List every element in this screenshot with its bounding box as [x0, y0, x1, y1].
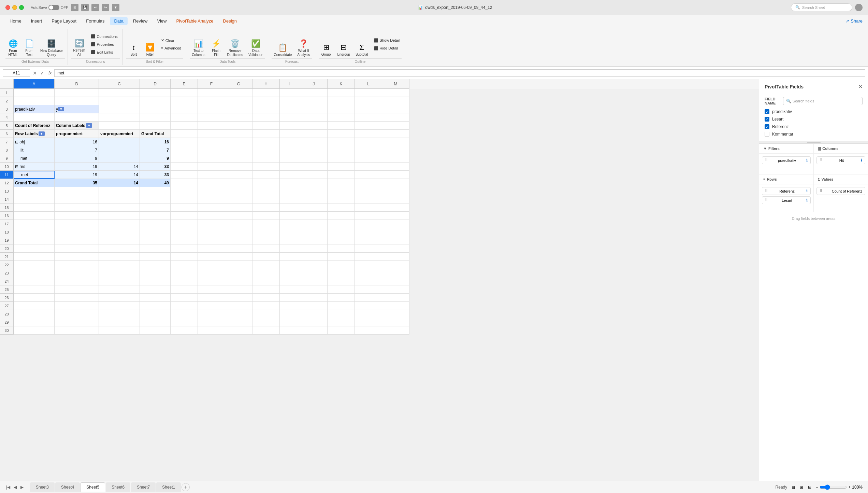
cell-m1[interactable]	[382, 89, 409, 97]
sort-button[interactable]: ↕️ Sort	[126, 31, 141, 58]
autosave-toggle[interactable]	[48, 5, 59, 10]
cell-k5[interactable]	[328, 122, 355, 130]
cell-j25[interactable]	[300, 285, 328, 294]
cell-a7[interactable]: ⊟ obj	[14, 138, 55, 146]
cell-a23[interactable]	[14, 269, 55, 277]
cell-h27[interactable]	[252, 302, 280, 310]
cell-g20[interactable]	[225, 244, 252, 253]
cell-i24[interactable]	[280, 277, 300, 285]
properties-button[interactable]: ⬛ Properties	[89, 41, 120, 47]
cell-b18[interactable]	[55, 228, 99, 236]
cell-j3[interactable]	[300, 105, 328, 113]
cell-d15[interactable]	[140, 203, 171, 212]
column-tag-hit[interactable]: ⠿ Hit ℹ	[816, 156, 865, 164]
cell-g14[interactable]	[225, 195, 252, 203]
normal-view-button[interactable]: ▦	[790, 484, 797, 491]
cell-i5[interactable]	[280, 122, 300, 130]
cell-b16[interactable]	[55, 212, 99, 220]
cell-b29[interactable]	[55, 318, 99, 326]
cell-l12[interactable]	[355, 179, 382, 187]
info-icon-referenz[interactable]: ℹ	[806, 189, 808, 193]
cell-k25[interactable]	[328, 285, 355, 294]
cell-g1[interactable]	[225, 89, 252, 97]
menu-insert[interactable]: Insert	[27, 17, 46, 25]
cell-l4[interactable]	[355, 113, 382, 122]
cell-b27[interactable]	[55, 302, 99, 310]
cell-a8[interactable]: lit	[14, 146, 55, 154]
cell-e30[interactable]	[171, 326, 198, 335]
cell-k2[interactable]	[328, 97, 355, 105]
cell-a4[interactable]	[14, 113, 55, 122]
zoom-slider[interactable]	[820, 484, 847, 490]
cell-k12[interactable]	[328, 179, 355, 187]
cell-i22[interactable]	[280, 261, 300, 269]
cell-m6[interactable]	[382, 130, 409, 138]
cell-g11[interactable]	[225, 171, 252, 179]
redo-button[interactable]: ↪	[102, 4, 109, 11]
cell-g25[interactable]	[225, 285, 252, 294]
cell-b3[interactable]: y ▼	[55, 105, 99, 113]
cell-l3[interactable]	[355, 105, 382, 113]
cell-b23[interactable]	[55, 269, 99, 277]
cell-k14[interactable]	[328, 195, 355, 203]
cell-d17[interactable]	[140, 220, 171, 228]
info-icon-praedikativ[interactable]: ℹ	[806, 158, 808, 163]
cell-g5[interactable]	[225, 122, 252, 130]
cell-b6[interactable]: programmiert	[55, 130, 99, 138]
cell-i29[interactable]	[280, 318, 300, 326]
tab-sheet7[interactable]: Sheet7	[131, 482, 156, 492]
cell-f1[interactable]	[198, 89, 225, 97]
cell-e9[interactable]	[171, 154, 198, 163]
cell-h8[interactable]	[252, 146, 280, 154]
cell-a17[interactable]	[14, 220, 55, 228]
cell-h14[interactable]	[252, 195, 280, 203]
ungroup-button[interactable]: ⊟ Ungroup	[335, 31, 352, 58]
cell-e27[interactable]	[171, 302, 198, 310]
cell-h3[interactable]	[252, 105, 280, 113]
cell-d1[interactable]	[140, 89, 171, 97]
share-button[interactable]: ↗ Share	[845, 18, 863, 24]
cell-d12[interactable]: 49	[140, 179, 171, 187]
cell-g4[interactable]	[225, 113, 252, 122]
add-sheet-button[interactable]: +	[182, 483, 190, 491]
cell-l14[interactable]	[355, 195, 382, 203]
cell-h15[interactable]	[252, 203, 280, 212]
cell-c5[interactable]	[99, 122, 140, 130]
cell-c27[interactable]	[99, 302, 140, 310]
cell-l23[interactable]	[355, 269, 382, 277]
what-if-button[interactable]: ❓ What-IfAnalysis	[295, 31, 312, 58]
cancel-formula-button[interactable]: ✕	[31, 70, 38, 76]
menu-review[interactable]: Review	[129, 17, 152, 25]
cell-b28[interactable]	[55, 310, 99, 318]
praedikativ-checkbox[interactable]: ✓	[765, 109, 769, 114]
cell-h12[interactable]	[252, 179, 280, 187]
cell-m23[interactable]	[382, 269, 409, 277]
cell-c11[interactable]: 14	[99, 171, 140, 179]
cell-l30[interactable]	[355, 326, 382, 335]
cell-j5[interactable]	[300, 122, 328, 130]
cell-e19[interactable]	[171, 236, 198, 244]
cell-f22[interactable]	[198, 261, 225, 269]
cell-a6[interactable]: Row Labels ▼	[14, 130, 55, 138]
from-text-button[interactable]: 📄 FromText	[22, 31, 37, 58]
row-tag-referenz[interactable]: ⠿ Referenz ℹ	[762, 187, 811, 195]
cell-c7[interactable]	[99, 138, 140, 146]
cell-m5[interactable]	[382, 122, 409, 130]
cell-i27[interactable]	[280, 302, 300, 310]
cell-d18[interactable]	[140, 228, 171, 236]
show-detail-button[interactable]: ⬛ Show Detail	[372, 37, 402, 44]
cell-a14[interactable]	[14, 195, 55, 203]
tab-sheet6[interactable]: Sheet6	[106, 482, 130, 492]
cell-f13[interactable]	[198, 187, 225, 195]
cell-l29[interactable]	[355, 318, 382, 326]
cell-d5[interactable]	[140, 122, 171, 130]
cell-m20[interactable]	[382, 244, 409, 253]
cell-m8[interactable]	[382, 146, 409, 154]
cell-c25[interactable]	[99, 285, 140, 294]
cell-i13[interactable]	[280, 187, 300, 195]
cell-f21[interactable]	[198, 253, 225, 261]
cell-j20[interactable]	[300, 244, 328, 253]
cell-a12[interactable]: Grand Total	[14, 179, 55, 187]
page-break-view-button[interactable]: ⊟	[806, 484, 813, 491]
cell-d4[interactable]	[140, 113, 171, 122]
